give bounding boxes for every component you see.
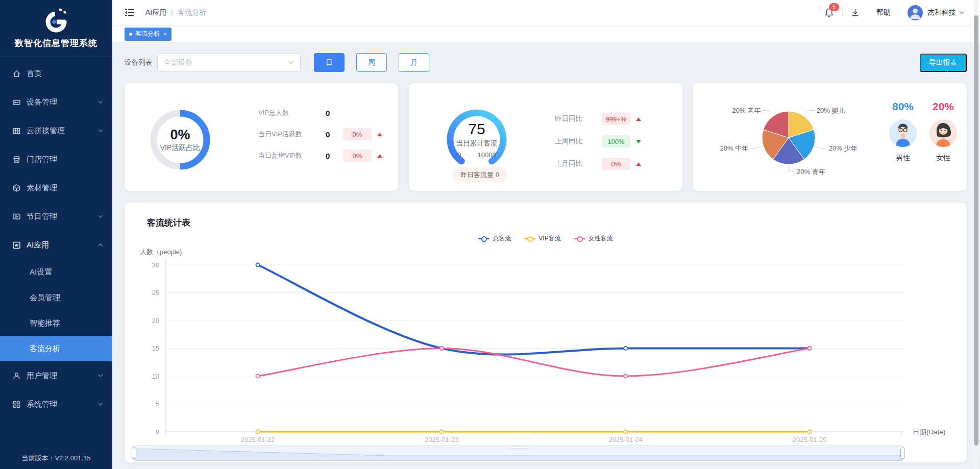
chevron-down-icon[interactable] xyxy=(959,11,965,14)
svg-text:日期(Date): 日期(Date) xyxy=(913,428,946,436)
period-week-button[interactable]: 周 xyxy=(356,53,387,72)
breadcrumb-current: 客流分析 xyxy=(178,8,206,17)
percent-badge: 0% xyxy=(343,128,372,140)
sidebar-subitem-ai-settings[interactable]: AI设置 xyxy=(0,259,112,285)
period-month-button[interactable]: 月 xyxy=(399,53,429,72)
arrow-up-icon xyxy=(377,133,382,136)
traffic-stats-card: 75 当日累计客流 0 10000 昨日客流量 0 昨日同比 999+% xyxy=(409,83,682,191)
stat-row: 昨日同比 999+% xyxy=(555,108,641,130)
help-button[interactable]: 帮助 xyxy=(876,8,891,17)
datazoom-left-handle[interactable] xyxy=(132,448,136,459)
today-traffic-value: 75 xyxy=(468,120,485,138)
divider xyxy=(868,9,868,17)
sidebar-item-system[interactable]: 系统管理 xyxy=(0,390,112,418)
datazoom-grip-handle[interactable] xyxy=(509,447,528,449)
chart-title: 客流统计表 xyxy=(147,217,190,229)
avatar[interactable] xyxy=(908,5,923,20)
cube-icon xyxy=(12,184,21,192)
menu-fold-icon[interactable] xyxy=(125,9,134,16)
gauge-max: 10000 xyxy=(478,151,496,159)
sidebar-item-materials[interactable]: 素材管理 xyxy=(0,174,112,202)
sidebar-menu: 首页 设备管理 云拼接管理 门店管理 素材管理 节目管 xyxy=(0,57,112,469)
chart-legend: 总客流 VIP客流 女性客流 xyxy=(125,234,967,243)
sidebar-item-devices[interactable]: 设备管理 xyxy=(0,88,112,116)
app-root: 数智化信息管理系统 首页 设备管理 云拼接管理 门店管理 xyxy=(0,0,980,469)
traffic-chart-card: 客流统计表 总客流 VIP客流 女性客流 人数（people) xyxy=(125,203,967,462)
legend-label: 女性客流 xyxy=(589,234,613,243)
export-report-button[interactable]: 导出报表 xyxy=(920,54,967,72)
sidebar: 数智化信息管理系统 首页 设备管理 云拼接管理 门店管理 xyxy=(0,0,112,469)
legend-item-vip[interactable]: VIP客流 xyxy=(524,234,560,243)
demographics-card: 20% 婴儿20% 少年20% 青年20% 中年20% 老年 80% 男性 20… xyxy=(693,83,967,191)
breadcrumb-parent[interactable]: AI应用 xyxy=(145,8,166,17)
subitem-label: 客流分析 xyxy=(30,344,60,354)
device-select-placeholder: 全部设备 xyxy=(164,58,192,67)
home-icon xyxy=(12,69,21,78)
percent-badge: 0% xyxy=(602,158,630,170)
sidebar-item-label: AI应用 xyxy=(27,240,49,250)
sidebar-item-ai-apps[interactable]: AI AI应用 xyxy=(0,231,112,259)
chevron-down-icon xyxy=(288,61,294,64)
svg-text:20% 婴儿: 20% 婴儿 xyxy=(817,107,845,114)
top-header: AI应用 / 客流分析 5 帮助 杰和科技 xyxy=(112,0,980,26)
stat-row: 上月同比 0% xyxy=(555,153,641,175)
download-button[interactable] xyxy=(851,8,860,17)
sidebar-subitem-members[interactable]: 会员管理 xyxy=(0,285,112,310)
notifications-button[interactable]: 5 xyxy=(824,8,834,18)
female-avatar-icon xyxy=(929,119,957,147)
datazoom-right-handle[interactable] xyxy=(900,448,905,459)
subitem-label: 智能推荐 xyxy=(30,318,60,328)
breadcrumb: AI应用 / 客流分析 xyxy=(145,8,206,17)
sidebar-subitem-traffic-analysis[interactable]: 客流分析 xyxy=(0,336,112,361)
legend-label: 总客流 xyxy=(493,234,511,243)
download-icon xyxy=(851,8,860,17)
close-icon[interactable]: × xyxy=(163,31,167,38)
tab-traffic-analysis[interactable]: 客流分析 × xyxy=(125,28,172,41)
filter-row: 设备列表 全部设备 日 周 月 导出报表 xyxy=(125,53,967,72)
sidebar-item-programs[interactable]: 节目管理 xyxy=(0,202,112,231)
male-stat: 80% 男性 xyxy=(888,101,918,163)
period-day-button[interactable]: 日 xyxy=(314,53,345,72)
system-grid-icon xyxy=(12,400,21,409)
chevron-down-icon xyxy=(98,403,103,406)
sidebar-item-stores[interactable]: 门店管理 xyxy=(0,145,112,174)
sidebar-item-label: 用户管理 xyxy=(27,371,57,381)
company-name[interactable]: 杰和科技 xyxy=(927,8,956,17)
datazoom-slider[interactable] xyxy=(133,446,903,461)
svg-text:0: 0 xyxy=(156,428,159,436)
page-content: 设备列表 全部设备 日 周 月 导出报表 xyxy=(112,43,980,469)
store-icon xyxy=(12,155,21,164)
sidebar-subitem-smart-recommend[interactable]: 智能推荐 xyxy=(0,310,112,336)
chevron-down-icon xyxy=(98,374,103,377)
app-logo-icon xyxy=(43,8,69,34)
percent-badge: 0% xyxy=(343,150,372,162)
gauge-min: 0 xyxy=(457,151,461,159)
male-avatar-icon xyxy=(889,119,917,147)
sidebar-item-label: 素材管理 xyxy=(27,183,57,193)
female-stat: 20% 女性 xyxy=(928,101,958,163)
vip-active-percent: 0% xyxy=(170,127,190,143)
sidebar-item-users[interactable]: 用户管理 xyxy=(0,361,112,390)
notification-badge: 5 xyxy=(829,3,839,11)
scrollbar-thumb[interactable] xyxy=(974,15,978,446)
stat-label: 昨日同比 xyxy=(555,114,602,124)
sidebar-item-label: 首页 xyxy=(27,69,42,79)
device-select[interactable]: 全部设备 xyxy=(157,54,301,72)
grid-table-icon xyxy=(12,127,21,135)
gauge-center: 75 当日累计客流 0 10000 xyxy=(444,106,510,172)
stat-label: 当日VIP活跃数 xyxy=(258,130,326,139)
arrow-up-icon xyxy=(636,162,641,166)
svg-text:15: 15 xyxy=(152,344,159,352)
stat-label: 上月同比 xyxy=(555,159,602,168)
chevron-down-icon xyxy=(98,215,103,218)
sidebar-item-home[interactable]: 首页 xyxy=(0,59,112,88)
legend-item-total[interactable]: 总客流 xyxy=(478,234,511,243)
stat-row: VIP总人数 0 xyxy=(258,102,382,124)
vip-stat-rows: VIP总人数 0 当日VIP活跃数 0 0% 当日新增VIP数 0 0 xyxy=(258,102,382,166)
sidebar-item-label: 设备管理 xyxy=(27,97,57,107)
legend-item-female[interactable]: 女性客流 xyxy=(574,234,613,243)
app-title: 数智化信息管理系统 xyxy=(15,37,97,49)
main-area: AI应用 / 客流分析 5 帮助 杰和科技 xyxy=(112,0,980,469)
ai-icon: AI xyxy=(12,241,21,250)
sidebar-item-cloud-splicing[interactable]: 云拼接管理 xyxy=(0,116,112,145)
